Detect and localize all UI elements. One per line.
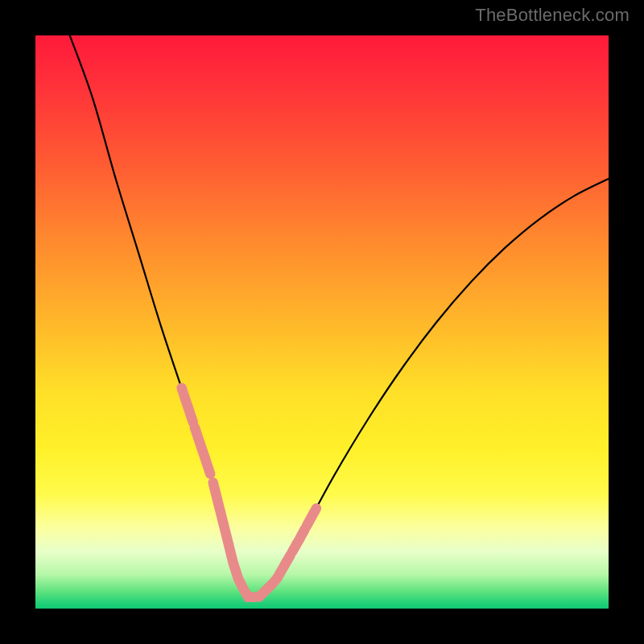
highlight-segment-1 [195,427,210,474]
highlight-group [182,388,316,597]
highlight-segment-5 [307,508,316,526]
highlight-segment-2 [213,482,254,597]
chart-frame: TheBottleneck.com [0,0,644,644]
chart-svg [35,35,609,609]
highlight-segment-3 [255,555,291,597]
highlight-segment-4 [292,530,305,552]
plot-area [35,35,609,609]
bottleneck-curve [70,35,609,600]
watermark-text: TheBottleneck.com [475,5,630,26]
highlight-segment-0 [182,388,193,423]
